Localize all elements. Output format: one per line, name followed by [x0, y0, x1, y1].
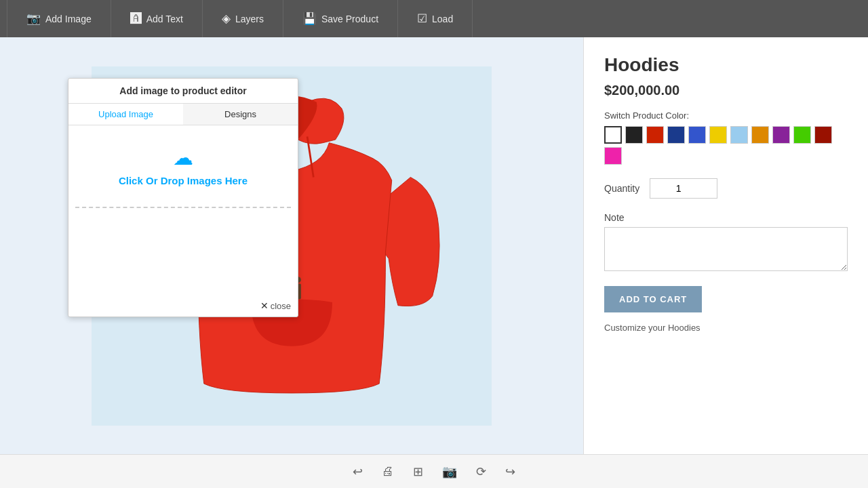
save-product-label: Save Product [321, 14, 378, 24]
color-swatch-light-blue[interactable] [730, 126, 748, 144]
modal-content-area [68, 208, 298, 296]
customize-text: Customize your Hoodies [604, 323, 848, 333]
upload-image-tab[interactable]: Upload Image [68, 104, 183, 125]
grid-button[interactable]: ⊞ [410, 462, 426, 482]
upload-prompt: Click Or Drop Images Here [119, 175, 248, 186]
product-title: Hoodies [604, 54, 848, 76]
color-swatch-green[interactable] [793, 126, 811, 144]
color-swatch-dark-blue[interactable] [667, 126, 685, 144]
save-icon: 💾 [302, 12, 317, 26]
color-swatches [604, 126, 848, 165]
load-button[interactable]: ☑ Load [398, 0, 473, 37]
color-swatch-purple[interactable] [772, 126, 790, 144]
main-layout: ▼▼▼▼▼ Add image to product editor Upload… [0, 37, 868, 454]
color-swatch-yellow[interactable] [709, 126, 727, 144]
add-image-modal: Add image to product editor Upload Image… [68, 78, 298, 317]
print-button[interactable]: 🖨 [379, 462, 397, 481]
quantity-label: Quantity [604, 183, 639, 194]
add-to-cart-button[interactable]: ADD TO CART [604, 286, 702, 312]
layers-button[interactable]: ◈ Layers [203, 0, 283, 37]
camera-button[interactable]: 📷 [439, 462, 460, 482]
refresh-button[interactable]: ⟳ [473, 462, 489, 482]
color-switch-label: Switch Product Color: [604, 110, 848, 121]
close-label: close [271, 301, 291, 311]
layers-icon: ◈ [222, 12, 231, 26]
modal-close-button[interactable]: ✕ close [68, 296, 298, 317]
editor-area: ▼▼▼▼▼ Add image to product editor Upload… [0, 37, 583, 454]
color-swatch-pink[interactable] [604, 147, 622, 165]
upload-drop-zone[interactable]: ☁ Click Or Drop Images Here [68, 125, 298, 207]
bottom-toolbar: ↩ 🖨 ⊞ 📷 ⟳ ↪ [0, 454, 868, 488]
add-text-label: Add Text [146, 14, 183, 24]
modal-tabs: Upload Image Designs [68, 104, 298, 125]
right-panel: Hoodies $200,000.00 Switch Product Color… [583, 37, 868, 454]
top-toolbar: 📷 Add Image 🅰 Add Text ◈ Layers 💾 Save P… [0, 0, 868, 37]
product-price: $200,000.00 [604, 83, 848, 98]
note-textarea[interactable] [604, 227, 848, 271]
designs-tab[interactable]: Designs [183, 104, 298, 125]
quantity-input[interactable] [650, 178, 717, 199]
color-swatch-dark-red[interactable] [814, 126, 832, 144]
text-icon: 🅰 [130, 12, 142, 26]
camera-icon: 📷 [26, 12, 41, 26]
load-icon: ☑ [417, 12, 427, 26]
color-swatch-black[interactable] [625, 126, 643, 144]
cloud-upload-icon: ☁ [173, 146, 193, 169]
undo-button[interactable]: ↩ [350, 462, 366, 482]
color-swatch-white[interactable] [604, 126, 622, 144]
add-text-button[interactable]: 🅰 Add Text [111, 0, 203, 37]
note-label: Note [604, 212, 848, 223]
color-swatch-orange[interactable] [751, 126, 769, 144]
add-image-button[interactable]: 📷 Add Image [7, 0, 111, 37]
save-product-button[interactable]: 💾 Save Product [283, 0, 398, 37]
quantity-row: Quantity [604, 178, 848, 199]
close-x-icon: ✕ [260, 300, 269, 311]
add-image-label: Add Image [45, 14, 92, 24]
color-swatch-red[interactable] [646, 126, 664, 144]
color-swatch-blue[interactable] [688, 126, 706, 144]
redo-button[interactable]: ↪ [502, 462, 518, 482]
layers-label: Layers [235, 14, 264, 24]
modal-title: Add image to product editor [68, 79, 298, 104]
load-label: Load [432, 14, 453, 24]
